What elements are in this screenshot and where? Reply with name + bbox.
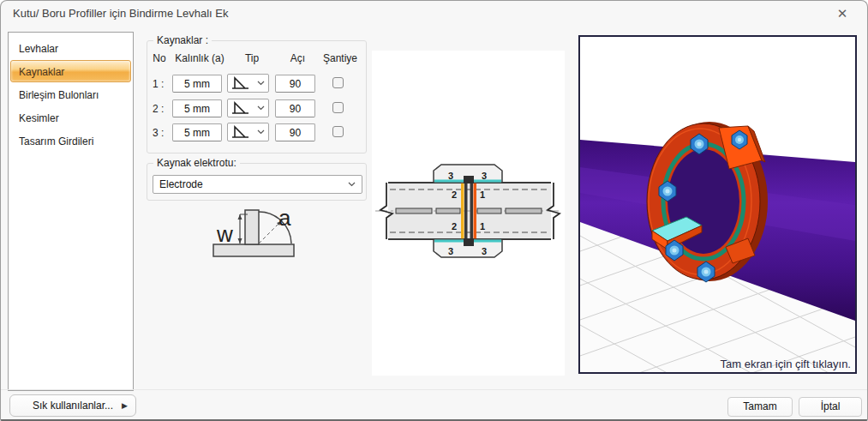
window-title: Kutu/ Boru Profiller için Bindirme Levha…: [13, 1, 228, 27]
fillet-weld-icon: [231, 76, 249, 90]
welds-groupbox: Kaynaklar : No Kalınlık (a) Tip Açı Şant…: [147, 40, 367, 153]
sidebar-item-levhalar[interactable]: Levhalar: [10, 37, 131, 59]
weld-ref-label: 1: [480, 189, 485, 200]
weld-ref-label: 3: [482, 246, 487, 256]
welds-group-label: Kaynaklar :: [153, 34, 212, 46]
chevron-down-icon: [257, 105, 265, 111]
weld-a-label: a: [278, 205, 291, 231]
dialog-window: Kutu/ Boru Profiller için Bindirme Levha…: [0, 0, 868, 421]
electrode-group-label: Kaynak elektrotu:: [153, 157, 240, 169]
col-header-no: No: [149, 52, 170, 64]
weld-ref-label: 3: [448, 246, 453, 256]
site-checkbox[interactable]: [332, 102, 344, 113]
col-header-type: Tip: [230, 52, 273, 64]
flyout-arrow-icon: ▶: [122, 395, 128, 416]
weld-type-dropdown[interactable]: [227, 74, 269, 93]
row-label: 3 :: [153, 127, 164, 139]
fillet-weld-icon: [231, 125, 249, 139]
titlebar: Kutu/ Boru Profiller için Bindirme Levha…: [1, 1, 867, 27]
electrode-selected-value: Electrode: [159, 178, 203, 190]
thickness-input[interactable]: [172, 99, 222, 117]
electrode-groupbox: Kaynak elektrotu: Electrode: [147, 163, 367, 201]
sidebar-item-kesimler[interactable]: Kesimler: [10, 106, 131, 129]
weld-type-dropdown[interactable]: [227, 99, 269, 117]
angle-input[interactable]: [275, 123, 315, 141]
site-checkbox[interactable]: [332, 126, 344, 137]
col-header-angle: Açı: [274, 52, 321, 64]
angle-input[interactable]: [275, 99, 315, 117]
sidebar-item-kaynaklar[interactable]: Kaynaklar: [10, 60, 131, 82]
row-label: 1 :: [153, 78, 164, 90]
chevron-down-icon: [348, 182, 356, 187]
weld-ref-label: 3: [482, 171, 487, 181]
weld-type-dropdown[interactable]: [227, 123, 269, 141]
section-diagram: 3 3 2 1 2 1 3 3: [372, 51, 565, 376]
sidebar-item-birlesim-bulonlari[interactable]: Birleşim Bulonları: [10, 83, 131, 105]
chevron-down-icon: [257, 129, 265, 135]
weld-ref-label: 2: [452, 221, 457, 232]
favorites-button-label: Sık kullanılanlar...: [33, 400, 113, 412]
col-header-thickness: Kalınlık (a): [169, 52, 230, 64]
weld-w-label: w: [216, 221, 233, 247]
sidebar-list: Levhalar Kaynaklar Birleşim Bulonları Ke…: [8, 32, 134, 391]
favorites-button[interactable]: Sık kullanılanlar... ▶: [9, 394, 136, 417]
thickness-input[interactable]: [172, 75, 222, 93]
angle-input[interactable]: [275, 75, 315, 93]
chevron-down-icon: [257, 81, 265, 86]
footer-divider: [1, 389, 867, 390]
weld-dimension-diagram: w a: [207, 203, 299, 263]
cancel-button[interactable]: İptal: [799, 397, 862, 417]
close-icon[interactable]: ✕: [829, 3, 855, 24]
viewport-caption: Tam ekran için çift tıklayın.: [721, 358, 851, 370]
section-diagram-panel: 3 3 2 1 2 1 3 3: [372, 51, 565, 376]
weld-ref-label: 2: [452, 189, 457, 200]
col-header-site: Şantiye: [319, 52, 362, 64]
ok-button[interactable]: Tamam: [727, 397, 793, 417]
sidebar-item-tasarim-girdileri[interactable]: Tasarım Girdileri: [10, 129, 131, 152]
weld-ref-label: 1: [480, 221, 485, 232]
3d-viewport[interactable]: Tam ekran için çift tıklayın.: [578, 35, 857, 374]
row-label: 2 :: [153, 103, 164, 115]
thickness-input[interactable]: [172, 123, 222, 141]
electrode-dropdown[interactable]: Electrode: [153, 175, 362, 194]
3d-preview: Tam ekran için çift tıklayın.: [580, 37, 855, 372]
site-checkbox[interactable]: [332, 77, 344, 88]
weld-ref-label: 3: [448, 171, 453, 181]
fillet-weld-icon: [231, 101, 249, 115]
